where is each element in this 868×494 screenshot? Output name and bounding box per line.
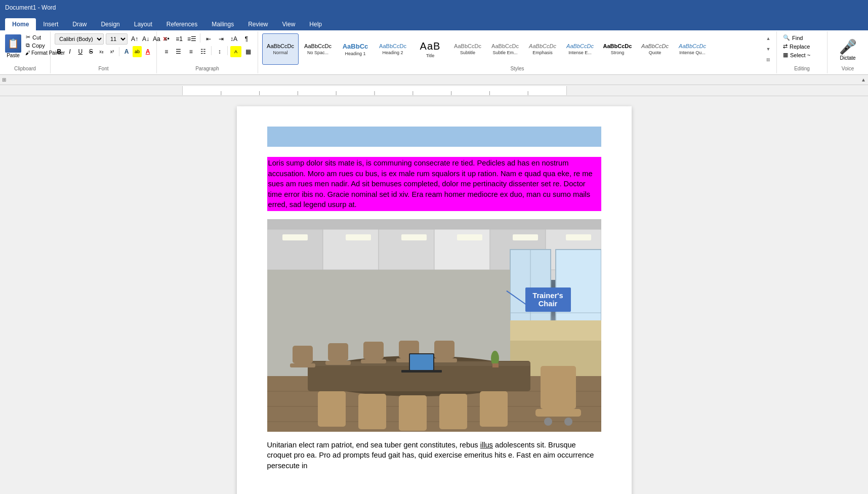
- conference-room-image[interactable]: Trainer's Chair: [267, 219, 601, 432]
- svg-rect-44: [361, 359, 386, 363]
- bold-button[interactable]: B: [55, 46, 64, 57]
- show-formatting-button[interactable]: ¶: [241, 33, 252, 45]
- tab-references[interactable]: References: [159, 18, 204, 30]
- conference-room-svg: [267, 219, 601, 432]
- clipboard-label: Clipboard: [4, 66, 46, 71]
- align-right-button[interactable]: ≡: [186, 46, 196, 57]
- style-heading1[interactable]: AaBbCc Heading 1: [337, 33, 374, 65]
- decrease-font-button[interactable]: A↓: [141, 33, 151, 45]
- paste-button[interactable]: 📋 Paste: [4, 33, 22, 65]
- find-button[interactable]: 🔍 Find: [781, 33, 823, 42]
- style-subtitle[interactable]: AaBbCcDc Subtitle: [449, 33, 486, 65]
- svg-rect-48: [432, 358, 457, 362]
- shading-button[interactable]: A: [230, 46, 241, 57]
- document-title-bar[interactable]: [267, 127, 601, 147]
- font-group: Calibri (Body) 11 A↑ A↓ Aa ✕ B I U S x₂ …: [51, 31, 157, 73]
- line-spacing-button[interactable]: ↕: [214, 46, 225, 57]
- style-no-spacing[interactable]: AaBbCcDc No Spac...: [300, 33, 336, 65]
- ribbon-tabs: Home Insert Draw Design Layout Reference…: [0, 15, 868, 30]
- justify-button[interactable]: ☷: [198, 46, 209, 57]
- ribbon: 📋 Paste ✂ Cut ⧉ Copy 🖌 Format Painter Cl…: [0, 30, 868, 75]
- scissors-icon: ✂: [26, 34, 30, 40]
- multilevel-list-button[interactable]: ≡☰: [186, 33, 197, 45]
- font-name-select[interactable]: Calibri (Body): [55, 33, 104, 45]
- subscript-button[interactable]: x₂: [97, 46, 106, 57]
- underline-button[interactable]: U: [76, 46, 85, 57]
- styles-row: AaBbCcDc Normal AaBbCcDc No Spac... AaBb…: [262, 33, 764, 65]
- ribbon-lower-strip: ⊞ ▲: [0, 75, 868, 85]
- svg-rect-23: [566, 234, 591, 240]
- svg-rect-40: [290, 363, 315, 367]
- style-quote[interactable]: AaBbCcDc Quote: [637, 33, 673, 65]
- style-subtle-em-label: Subtle Em...: [492, 50, 517, 55]
- ribbon-expander[interactable]: ▲: [861, 77, 866, 83]
- ruler-toggle[interactable]: ⊞: [2, 77, 6, 83]
- svg-rect-22: [513, 234, 538, 240]
- replace-button[interactable]: ⇄ Replace: [781, 42, 823, 51]
- svg-rect-21: [457, 234, 482, 240]
- title-bar: Document1 - Word: [0, 0, 868, 15]
- styles-expand[interactable]: ⊞: [764, 56, 772, 64]
- tab-layout[interactable]: Layout: [127, 18, 159, 30]
- align-center-button[interactable]: ☰: [173, 46, 184, 57]
- text-effects-button[interactable]: A: [122, 46, 131, 57]
- styles-scroll-down[interactable]: ▼: [764, 45, 772, 53]
- styles-scroll-up[interactable]: ▲: [764, 34, 772, 43]
- tab-mailings[interactable]: Mailings: [204, 18, 241, 30]
- bullets-button[interactable]: ≡•: [161, 33, 172, 45]
- increase-font-button[interactable]: A↑: [130, 33, 140, 45]
- svg-rect-43: [363, 342, 384, 359]
- svg-rect-49: [541, 366, 576, 409]
- style-strong[interactable]: AaBbCcDc Strong: [599, 33, 636, 65]
- tab-insert[interactable]: Insert: [36, 18, 65, 30]
- align-left-button[interactable]: ≡: [161, 46, 172, 57]
- highlighted-paragraph[interactable]: Loris sump dolor sits mate is, is commun…: [267, 157, 601, 211]
- style-quote-label: Quote: [649, 50, 662, 55]
- dictate-button[interactable]: 🎤 Dictate: [832, 33, 864, 66]
- style-subtle-em[interactable]: AaBbCcDc Subtle Em...: [487, 33, 523, 65]
- editing-label: Editing: [781, 66, 823, 71]
- style-no-spacing-label: No Spac...: [307, 50, 328, 55]
- select-button[interactable]: ▦ Select ~: [781, 51, 823, 59]
- numbering-button[interactable]: ≡1: [174, 33, 185, 45]
- sort-button[interactable]: ↕A: [228, 33, 239, 45]
- decrease-indent-button[interactable]: ⇤: [203, 33, 214, 45]
- style-intense-q[interactable]: AaBbCcDc Intense Qu...: [674, 33, 711, 65]
- svg-rect-30: [510, 320, 601, 341]
- increase-indent-button[interactable]: ⇥: [216, 33, 227, 45]
- tab-review[interactable]: Review: [241, 18, 275, 30]
- tab-draw[interactable]: Draw: [65, 18, 94, 30]
- tab-design[interactable]: Design: [94, 18, 127, 30]
- style-normal-label: Normal: [273, 50, 287, 55]
- svg-rect-55: [399, 395, 427, 431]
- style-subtle-em-preview: AaBbCcDc: [491, 43, 519, 49]
- style-intense-e-preview: AaBbCcDc: [566, 43, 594, 49]
- italic-button[interactable]: I: [65, 46, 74, 57]
- style-heading1-preview: AaBbCc: [343, 43, 368, 50]
- voice-label: Voice: [832, 66, 864, 71]
- style-intense-e[interactable]: AaBbCcDc Intense E...: [562, 33, 598, 65]
- strikethrough-button[interactable]: S: [87, 46, 96, 57]
- style-emphasis-preview: AaBbCcDc: [529, 43, 556, 49]
- text-highlight-button[interactable]: ab: [133, 46, 142, 57]
- dictate-label: Dictate: [840, 55, 855, 61]
- tab-home[interactable]: Home: [5, 18, 36, 30]
- superscript-button[interactable]: x²: [108, 46, 117, 57]
- paste-icon: 📋: [5, 34, 21, 53]
- font-color-button[interactable]: A: [143, 46, 152, 57]
- style-title-label: Title: [426, 53, 435, 58]
- document-area: Loris sump dolor sits mate is, is commun…: [0, 96, 868, 494]
- style-subtitle-label: Subtitle: [460, 50, 475, 55]
- tab-view[interactable]: View: [275, 18, 303, 30]
- style-title[interactable]: AaB Title: [412, 33, 448, 65]
- style-normal[interactable]: AaBbCcDc Normal: [262, 33, 299, 65]
- borders-button[interactable]: ▦: [243, 46, 254, 57]
- microphone-icon: 🎤: [839, 38, 857, 55]
- tab-help[interactable]: Help: [302, 18, 329, 30]
- font-group-label: Font: [98, 66, 108, 71]
- svg-rect-19: [346, 234, 371, 240]
- style-emphasis[interactable]: AaBbCcDc Emphasis: [524, 33, 561, 65]
- style-heading2[interactable]: AaBbCcDc Heading 2: [375, 33, 411, 65]
- font-size-select[interactable]: 11: [106, 33, 128, 45]
- style-intense-q-label: Intense Qu...: [679, 50, 706, 55]
